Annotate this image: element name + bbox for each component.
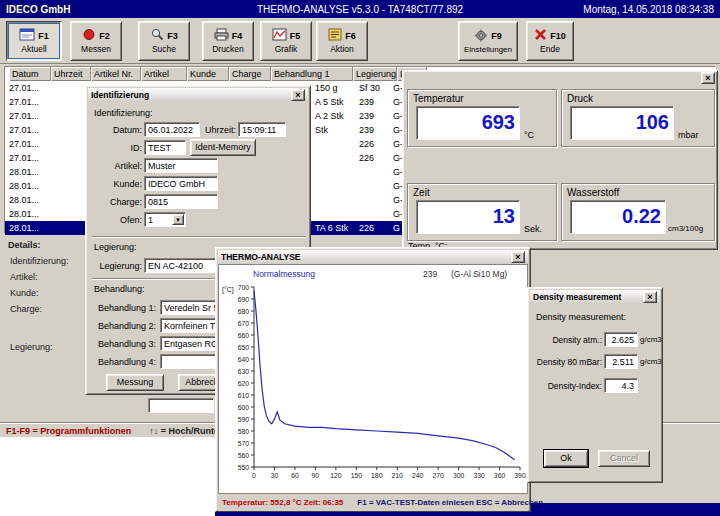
measurement-panel-titlebar[interactable] (403, 71, 717, 85)
svg-text:300: 300 (453, 472, 465, 479)
table-cell-f2: 226 (359, 139, 374, 149)
kunde-label: Kunde: (94, 179, 142, 189)
pressure-value: 106 (570, 106, 674, 140)
svg-text:180: 180 (371, 472, 383, 479)
ofen-selected-value: 1 (148, 215, 153, 225)
toolbar-button-grafik[interactable]: F5 Grafik (260, 21, 312, 61)
app-titlebar[interactable]: IDECO GmbH THERMO-ANALYSE v5.3.0 - TA748… (0, 0, 720, 18)
screen: IDECO GmbH THERMO-ANALYSE v5.3.0 - TA748… (0, 0, 720, 516)
svg-text:670: 670 (238, 320, 250, 327)
chart-window-title: THERMO-ANALYSE (221, 252, 301, 262)
svg-text:550: 550 (238, 464, 250, 471)
svg-text:660: 660 (238, 332, 250, 339)
details-label-artikel: Artikel: (10, 272, 38, 282)
table-cell-f2: 239 (359, 125, 374, 135)
statusbar-navigation-hint: ↑↓ = Hoch/Runter (149, 426, 222, 436)
details-input[interactable] (148, 398, 214, 413)
id-field[interactable]: TEST (144, 140, 186, 155)
svg-text:560: 560 (238, 452, 250, 459)
column-header[interactable]: Legierung (353, 67, 397, 81)
section-legierung: Legierung: (94, 242, 137, 252)
density-dialog: Density measurement Density measurement:… (527, 287, 663, 483)
table-cell-date: 27.01... (9, 97, 39, 107)
density-dialog-titlebar[interactable]: Density measurement (530, 290, 660, 304)
artikel-label: Artikel: (94, 161, 142, 171)
ofen-select[interactable]: 1 (144, 212, 186, 227)
chart-alloy-label: (G-Al Si10 Mg) (451, 269, 507, 279)
close-icon[interactable] (291, 89, 305, 101)
search-icon (150, 28, 164, 43)
toolbar-button-suche[interactable]: F3 Suche (138, 21, 190, 61)
cancel-button[interactable]: Cancel (598, 450, 650, 467)
toolbar-button-drucken[interactable]: F4 Drucken (202, 21, 254, 61)
ok-button[interactable]: Ok (544, 450, 588, 467)
table-cell-date: 27.01... (9, 125, 39, 135)
time-label: Zeit (413, 187, 430, 198)
artikel-field[interactable]: Muster (144, 158, 218, 173)
chevron-down-icon[interactable] (172, 214, 184, 225)
cooling-curve-chart: [°C]550560570580590600610620630640650660… (220, 281, 528, 491)
identification-dialog-titlebar[interactable]: Identifizierung (88, 88, 308, 102)
toolbar-button-einstellungen[interactable]: F9 Einstellungen (458, 21, 518, 61)
close-icon[interactable] (643, 291, 657, 303)
hydrogen-label: Wasserstoff (567, 187, 619, 198)
svg-text:650: 650 (238, 344, 250, 351)
datum-field[interactable]: 06.01.2022 (144, 122, 200, 137)
density-index-label: Density-Index: (530, 381, 602, 391)
svg-text:0: 0 (252, 472, 256, 479)
charge-label: Charge: (94, 197, 142, 207)
app-company: IDECO GmbH (6, 4, 186, 15)
column-header[interactable]: Uhrzeit (51, 67, 91, 81)
column-header[interactable]: Charge (229, 67, 271, 81)
time-unit: Sek. (524, 224, 542, 234)
column-header[interactable]: Artikel Nr. (91, 67, 141, 81)
svg-text:610: 610 (238, 392, 250, 399)
toolbar-button-aktion[interactable]: F6 Aktion (316, 21, 368, 61)
time-value: 13 (416, 200, 520, 234)
table-cell-f2: 226 (359, 153, 374, 163)
column-header[interactable]: Artikel (141, 67, 187, 81)
table-cell-date: 27.01... (9, 153, 39, 163)
uhrzeit-label: Uhrzeit: (200, 125, 236, 135)
chart-window-titlebar[interactable]: THERMO-ANALYSE (218, 250, 528, 264)
svg-text:150: 150 (351, 472, 363, 479)
charge-field[interactable]: 0815 (144, 194, 218, 209)
toolbar-button-messen[interactable]: F2 Messen (70, 21, 122, 61)
column-header[interactable]: Datum (9, 67, 51, 81)
density-dialog-title: Density measurement (533, 292, 621, 302)
kunde-field[interactable]: IDECO GmbH (144, 176, 218, 191)
density-80mbar-value: 2.511 (604, 354, 638, 369)
legierung-label: Legierung: (94, 261, 142, 271)
svg-text:680: 680 (238, 308, 250, 315)
column-header[interactable]: Kunde (187, 67, 229, 81)
table-cell-date: 27.01... (9, 139, 39, 149)
toolbar-button-label: Einstellungen (464, 45, 512, 54)
uhrzeit-field[interactable]: 15:09:11 (238, 122, 286, 137)
toolbar: F1 Aktuell F2 Messen F3 Suche F4 Drucken… (0, 18, 720, 64)
chart-statusbar: Temperatur: 552,8 °C Zeit: 06:35 F1 = VA… (218, 494, 528, 511)
chart-icon (272, 28, 287, 43)
svg-text:390: 390 (514, 472, 526, 479)
table-cell-f1: 150 g (315, 83, 338, 93)
temperature-box: Temperatur 693 °C (407, 89, 557, 147)
measurement-panel: Temperatur 693 °C Druck 106 mbar Zeit 13… (402, 70, 718, 250)
details-label-charge: Charge: (10, 304, 42, 314)
fkey-label: F6 (345, 31, 356, 41)
messung-button[interactable]: Messung (106, 374, 164, 391)
close-icon[interactable] (701, 72, 715, 84)
ident-memory-button[interactable]: Ident-Memory (190, 139, 256, 156)
toolbar-button-aktuell[interactable]: F1 Aktuell (6, 21, 62, 61)
fkey-label: F3 (167, 31, 178, 41)
chart-series-title: Normalmessung (253, 269, 315, 279)
id-label: ID: (94, 143, 142, 153)
toolbar-button-label: Grafik (275, 44, 298, 54)
svg-text:690: 690 (238, 296, 250, 303)
close-icon[interactable] (511, 251, 525, 263)
column-header[interactable]: Behandlung 1 (271, 67, 353, 81)
pressure-unit: mbar (678, 130, 699, 140)
toolbar-button-ende[interactable]: F10 Ende (526, 21, 574, 61)
details-title: Details: (8, 240, 41, 250)
table-cell-f1: TA 6 Stk (315, 223, 348, 233)
chart-area: Normalmessung 239 (G-Al Si10 Mg) [°C]550… (218, 264, 528, 494)
action-icon (328, 28, 342, 43)
